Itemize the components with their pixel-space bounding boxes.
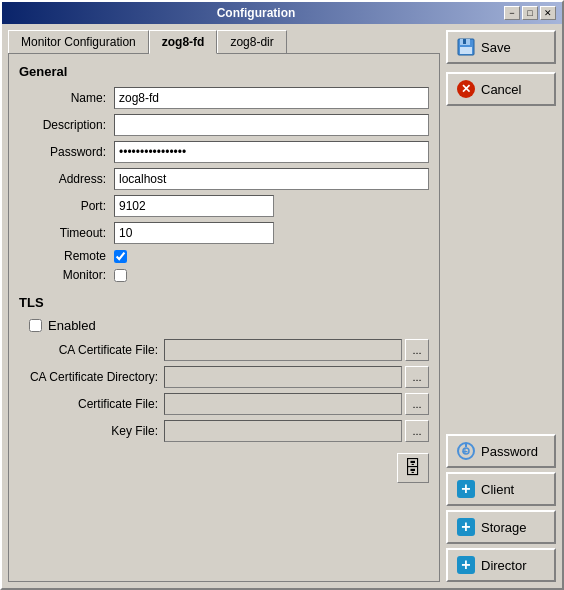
- tab-monitor-configuration[interactable]: Monitor Configuration: [8, 30, 149, 53]
- cert-file-input[interactable]: [164, 393, 402, 415]
- main-window: Configuration − □ ✕ Monitor Configuratio…: [0, 0, 564, 590]
- ca-cert-file-row: CA Certificate File: ...: [19, 339, 429, 361]
- password-input[interactable]: [114, 141, 429, 163]
- key-file-row: Key File: ...: [19, 420, 429, 442]
- left-panel: Monitor Configuration zog8-fd zog8-dir G…: [8, 30, 440, 582]
- storage-button[interactable]: + Storage: [446, 510, 556, 544]
- ca-cert-file-label: CA Certificate File:: [19, 343, 164, 357]
- title-bar: Configuration − □ ✕: [2, 2, 562, 24]
- cert-file-label: Certificate File:: [19, 397, 164, 411]
- name-label: Name:: [19, 91, 114, 105]
- tls-enabled-checkbox[interactable]: [29, 319, 42, 332]
- description-input[interactable]: [114, 114, 429, 136]
- port-input[interactable]: [114, 195, 274, 217]
- storage-icon: +: [456, 517, 476, 537]
- monitor-checkbox[interactable]: [114, 269, 127, 282]
- monitor-row: Monitor:: [19, 268, 429, 282]
- port-row: Port:: [19, 195, 429, 217]
- tab-zog8dir[interactable]: zog8-dir: [217, 30, 286, 53]
- address-row: Address:: [19, 168, 429, 190]
- name-input[interactable]: [114, 87, 429, 109]
- save-icon: [456, 37, 476, 57]
- client-icon: +: [456, 479, 476, 499]
- timeout-input[interactable]: [114, 222, 274, 244]
- minimize-button[interactable]: −: [504, 6, 520, 20]
- director-icon: +: [456, 555, 476, 575]
- password-icon: +: [456, 441, 476, 461]
- tab-bar: Monitor Configuration zog8-fd zog8-dir: [8, 30, 440, 53]
- svg-text:+: +: [462, 446, 468, 457]
- password-button[interactable]: + Password: [446, 434, 556, 468]
- ca-cert-file-browse-button[interactable]: ...: [405, 339, 429, 361]
- password-row: Password:: [19, 141, 429, 163]
- svg-rect-2: [460, 47, 472, 54]
- address-input[interactable]: [114, 168, 429, 190]
- remote-checkbox[interactable]: [114, 250, 127, 263]
- db-icon: 🗄: [404, 458, 422, 479]
- address-label: Address:: [19, 172, 114, 186]
- general-section-title: General: [19, 64, 429, 79]
- monitor-label: Monitor:: [19, 268, 114, 282]
- cancel-icon: ✕: [456, 79, 476, 99]
- tls-section-title: TLS: [19, 295, 429, 310]
- ca-cert-dir-input[interactable]: [164, 366, 402, 388]
- cert-file-row: Certificate File: ...: [19, 393, 429, 415]
- password-label: Password:: [19, 145, 114, 159]
- title-bar-buttons: − □ ✕: [504, 6, 556, 20]
- client-label: Client: [481, 482, 514, 497]
- right-panel: Save ✕ Cancel +: [446, 30, 556, 582]
- name-row: Name:: [19, 87, 429, 109]
- window-title: Configuration: [8, 6, 504, 20]
- key-file-browse-button[interactable]: ...: [405, 420, 429, 442]
- window-body: Monitor Configuration zog8-fd zog8-dir G…: [2, 24, 562, 588]
- ca-cert-dir-browse-button[interactable]: ...: [405, 366, 429, 388]
- timeout-row: Timeout:: [19, 222, 429, 244]
- cancel-button[interactable]: ✕ Cancel: [446, 72, 556, 106]
- save-label: Save: [481, 40, 511, 55]
- description-row: Description:: [19, 114, 429, 136]
- password-label: Password: [481, 444, 538, 459]
- tab-content: General Name: Description: Password:: [8, 53, 440, 582]
- svg-rect-3: [463, 39, 466, 44]
- director-label: Director: [481, 558, 527, 573]
- save-button[interactable]: Save: [446, 30, 556, 64]
- timeout-label: Timeout:: [19, 226, 114, 240]
- client-button[interactable]: + Client: [446, 472, 556, 506]
- tls-enabled-row: Enabled: [29, 318, 429, 333]
- close-button[interactable]: ✕: [540, 6, 556, 20]
- ca-cert-file-input[interactable]: [164, 339, 402, 361]
- cancel-label: Cancel: [481, 82, 521, 97]
- ca-cert-dir-row: CA Certificate Directory: ...: [19, 366, 429, 388]
- director-button[interactable]: + Director: [446, 548, 556, 582]
- cert-file-browse-button[interactable]: ...: [405, 393, 429, 415]
- top-action-buttons: Save ✕ Cancel: [446, 30, 556, 106]
- key-file-input[interactable]: [164, 420, 402, 442]
- tls-enabled-label: Enabled: [48, 318, 96, 333]
- port-label: Port:: [19, 199, 114, 213]
- maximize-button[interactable]: □: [522, 6, 538, 20]
- tab-zog8fd[interactable]: zog8-fd: [149, 30, 218, 54]
- db-button-row: 🗄: [19, 453, 429, 483]
- bottom-action-buttons: + Password + Client + Storage: [446, 434, 556, 582]
- key-file-label: Key File:: [19, 424, 164, 438]
- remote-row: Remote: [19, 249, 429, 263]
- db-button[interactable]: 🗄: [397, 453, 429, 483]
- description-label: Description:: [19, 118, 114, 132]
- ca-cert-dir-label: CA Certificate Directory:: [19, 370, 164, 384]
- tls-section: TLS Enabled CA Certificate File: ... CA …: [19, 295, 429, 447]
- remote-label: Remote: [19, 249, 114, 263]
- storage-label: Storage: [481, 520, 527, 535]
